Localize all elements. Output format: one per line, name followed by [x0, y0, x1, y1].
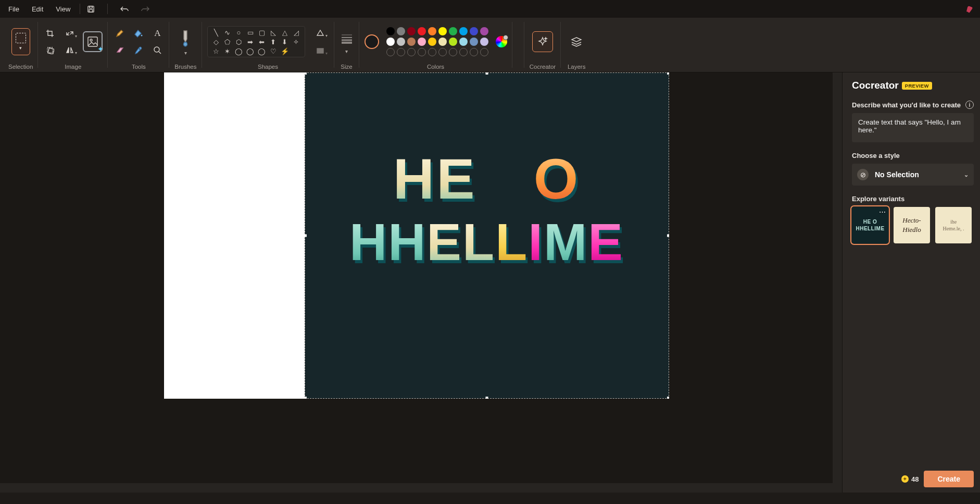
- color-swatch[interactable]: [459, 48, 468, 56]
- color-swatch[interactable]: [438, 27, 447, 35]
- sparkle-icon: ✦: [97, 45, 104, 53]
- menu-edit[interactable]: Edit: [26, 2, 49, 16]
- svg-rect-2: [89, 9, 93, 12]
- color-primary-swatch[interactable]: [365, 34, 379, 49]
- scrollbar-horizontal[interactable]: [0, 483, 842, 493]
- group-tools: A Tools: [108, 18, 169, 72]
- cocreator-button[interactable]: [532, 31, 553, 52]
- crop-tool[interactable]: [43, 27, 57, 40]
- group-label: Shapes: [258, 63, 278, 70]
- color-swatch[interactable]: [459, 38, 468, 46]
- preview-badge: PREVIEW: [902, 82, 932, 90]
- canvas-image: HE O HHELLIME: [305, 72, 669, 399]
- eraser-tool[interactable]: [113, 43, 127, 57]
- color-swatch[interactable]: [418, 27, 426, 35]
- separator: [80, 4, 80, 14]
- art-line2: HHELLIME: [305, 212, 669, 272]
- color-swatch[interactable]: [480, 38, 488, 46]
- color-swatch[interactable]: [470, 48, 478, 56]
- art-line1: HE O: [305, 145, 669, 212]
- color-swatch[interactable]: [386, 38, 395, 46]
- layers-button[interactable]: [566, 31, 587, 52]
- shape-outline-button[interactable]: [311, 26, 329, 40]
- canvas[interactable]: HE O HHELLIME: [164, 72, 669, 399]
- rotate-tool[interactable]: [43, 43, 57, 57]
- zoom-tool[interactable]: [150, 43, 164, 57]
- group-selection: ▾ Selection: [3, 18, 38, 72]
- color-swatch[interactable]: [386, 27, 395, 35]
- selection-tool[interactable]: ▾: [11, 28, 30, 55]
- color-swatch[interactable]: [449, 48, 457, 56]
- color-swatch[interactable]: [470, 27, 478, 35]
- color-swatch[interactable]: [407, 38, 416, 46]
- variants-label: Explore variants: [852, 195, 904, 203]
- image-select-button[interactable]: ✦: [83, 31, 103, 52]
- color-palette: [386, 27, 488, 56]
- svg-point-8: [154, 47, 159, 52]
- color-swatch[interactable]: [418, 38, 426, 46]
- edit-colors-button[interactable]: [496, 36, 507, 47]
- scrollbar-vertical[interactable]: [833, 72, 842, 483]
- color-swatch[interactable]: [397, 27, 405, 35]
- separator: [107, 4, 108, 14]
- brush-tool[interactable]: [178, 28, 193, 49]
- resize-tool[interactable]: [61, 27, 79, 40]
- color-swatch[interactable]: [418, 48, 426, 56]
- color-swatch[interactable]: [470, 38, 478, 46]
- group-layers: Layers: [561, 18, 592, 72]
- flip-tool[interactable]: [61, 43, 79, 57]
- menu-view[interactable]: View: [49, 2, 77, 16]
- cocreator-title: Cocreator: [852, 80, 899, 91]
- svg-point-7: [141, 35, 143, 36]
- variant-2[interactable]: Hecto- Hiedlo: [894, 207, 930, 243]
- color-swatch[interactable]: [407, 27, 416, 35]
- undo-button[interactable]: [117, 2, 132, 16]
- text-tool[interactable]: A: [150, 27, 164, 40]
- save-button[interactable]: [83, 2, 98, 16]
- color-swatch[interactable]: [480, 27, 488, 35]
- group-label: Colors: [427, 63, 444, 70]
- fill-tool[interactable]: [132, 27, 145, 40]
- color-swatch[interactable]: [449, 27, 457, 35]
- create-button[interactable]: Create: [924, 471, 974, 487]
- group-label: Image: [65, 63, 81, 70]
- color-swatch[interactable]: [397, 38, 405, 46]
- group-label: Size: [341, 63, 352, 70]
- no-style-icon: ⊘: [857, 169, 869, 180]
- group-label: Tools: [132, 63, 146, 70]
- color-swatch[interactable]: [428, 27, 436, 35]
- group-shapes: ╲∿○ ▭▢◺ △◿ ◇⬠⬡ ➡⬅⬆ ⬇✧ ☆✶◯ ◯◯♡ ⚡: [202, 18, 334, 72]
- group-label: Layers: [568, 63, 586, 70]
- style-dropdown[interactable]: ⊘ No Selection ⌄: [852, 164, 974, 186]
- variant-1[interactable]: ⋯ HE O HHELLIME: [852, 207, 888, 243]
- prompt-input[interactable]: Create text that says "Hello, I am here.…: [852, 113, 974, 142]
- color-swatch[interactable]: [407, 48, 416, 56]
- shapes-gallery[interactable]: ╲∿○ ▭▢◺ △◿ ◇⬠⬡ ➡⬅⬆ ⬇✧ ☆✶◯ ◯◯♡ ⚡: [207, 26, 305, 57]
- color-swatch[interactable]: [428, 38, 436, 46]
- eyedropper-tool[interactable]: [132, 43, 145, 57]
- color-swatch[interactable]: [397, 48, 405, 56]
- color-swatch[interactable]: [438, 48, 447, 56]
- shape-fill-button[interactable]: [311, 44, 329, 57]
- canvas-stage: HE O HHELLIME: [0, 72, 842, 493]
- canvas-viewport[interactable]: HE O HHELLIME: [0, 72, 842, 483]
- chevron-down-icon: ⌄: [964, 171, 969, 178]
- color-swatch[interactable]: [438, 38, 447, 46]
- app-icon: [964, 4, 974, 14]
- menu-file[interactable]: File: [2, 2, 26, 16]
- redo-button[interactable]: [138, 2, 153, 16]
- color-swatch[interactable]: [386, 48, 395, 56]
- info-icon[interactable]: i: [965, 101, 974, 109]
- color-swatch[interactable]: [449, 38, 457, 46]
- variant-3[interactable]: ihe Heme.le, .: [935, 207, 972, 243]
- stroke-size-button[interactable]: [340, 30, 354, 47]
- pencil-tool[interactable]: [113, 27, 127, 40]
- describe-label: Describe what you'd like to create: [852, 101, 961, 109]
- color-swatch[interactable]: [480, 48, 488, 56]
- variant-menu-icon[interactable]: ⋯: [879, 208, 886, 216]
- color-swatch[interactable]: [428, 48, 436, 56]
- color-swatch[interactable]: [459, 27, 468, 35]
- coin-icon: ✦: [901, 475, 909, 483]
- group-label: Selection: [8, 63, 33, 70]
- svg-rect-1: [90, 6, 93, 8]
